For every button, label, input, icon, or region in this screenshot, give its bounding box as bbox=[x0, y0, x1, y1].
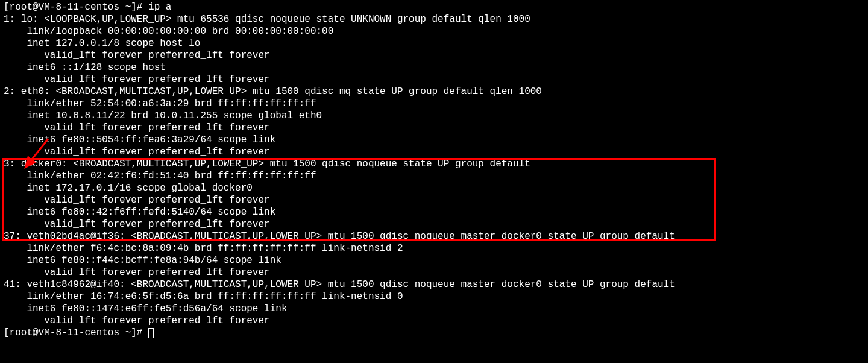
output-line: inet 127.0.0.1/8 scope host lo bbox=[4, 38, 200, 49]
output-line: 1: lo: <LOOPBACK,UP,LOWER_UP> mtu 65536 … bbox=[4, 14, 530, 25]
output-line: link/ether 16:74:e6:5f:d5:6a brd ff:ff:f… bbox=[4, 291, 403, 302]
output-line: inet6 fe80::1474:e6ff:fe5f:d56a/64 scope… bbox=[4, 303, 293, 314]
output-line: inet6 fe80::5054:ff:fea6:3a29/64 scope l… bbox=[4, 134, 281, 145]
output-line: link/loopback 00:00:00:00:00:00 brd 00:0… bbox=[4, 26, 333, 37]
output-line: inet6 ::1/128 scope host bbox=[4, 62, 171, 73]
prompt-line: [root@VM-8-11-centos ~]# ip a bbox=[4, 2, 171, 13]
terminal-output[interactable]: [root@VM-8-11-centos ~]# ip a 1: lo: <LO… bbox=[4, 1, 864, 339]
output-line: inet 172.17.0.1/16 scope global docker0 bbox=[4, 183, 253, 194]
output-line: valid_lft forever preferred_lft forever bbox=[4, 219, 270, 230]
output-line: valid_lft forever preferred_lft forever bbox=[4, 147, 270, 157]
prompt-line: [root@VM-8-11-centos ~]# bbox=[4, 327, 148, 338]
output-line: valid_lft forever preferred_lft forever bbox=[4, 122, 270, 133]
output-line: 41: veth1c84962@if40: <BROADCAST,MULTICA… bbox=[4, 279, 681, 290]
output-line: link/ether 52:54:00:a6:3a:29 brd ff:ff:f… bbox=[4, 98, 316, 109]
output-line: valid_lft forever preferred_lft forever bbox=[4, 50, 270, 61]
output-line: valid_lft forever preferred_lft forever bbox=[4, 195, 270, 206]
output-line: inet6 fe80::f44c:bcff:fe8a:94b/64 scope … bbox=[4, 255, 287, 266]
output-line: 3: docker0: <BROADCAST,MULTICAST,UP,LOWE… bbox=[4, 159, 536, 169]
output-line: valid_lft forever preferred_lft forever bbox=[4, 74, 270, 85]
output-line: link/ether f6:4c:bc:8a:09:4b brd ff:ff:f… bbox=[4, 243, 403, 254]
output-line: link/ether 02:42:f6:fd:51:40 brd ff:ff:f… bbox=[4, 171, 316, 182]
output-line: inet 10.0.8.11/22 brd 10.0.11.255 scope … bbox=[4, 110, 322, 121]
cursor bbox=[148, 328, 154, 338]
output-line: valid_lft forever preferred_lft forever bbox=[4, 315, 270, 326]
output-line: 2: eth0: <BROADCAST,MULTICAST,UP,LOWER_U… bbox=[4, 86, 542, 97]
output-line: 37: veth02bd4ac@if36: <BROADCAST,MULTICA… bbox=[4, 231, 681, 242]
output-line: inet6 fe80::42:f6ff:fefd:5140/64 scope l… bbox=[4, 207, 281, 218]
output-line: valid_lft forever preferred_lft forever bbox=[4, 267, 270, 278]
